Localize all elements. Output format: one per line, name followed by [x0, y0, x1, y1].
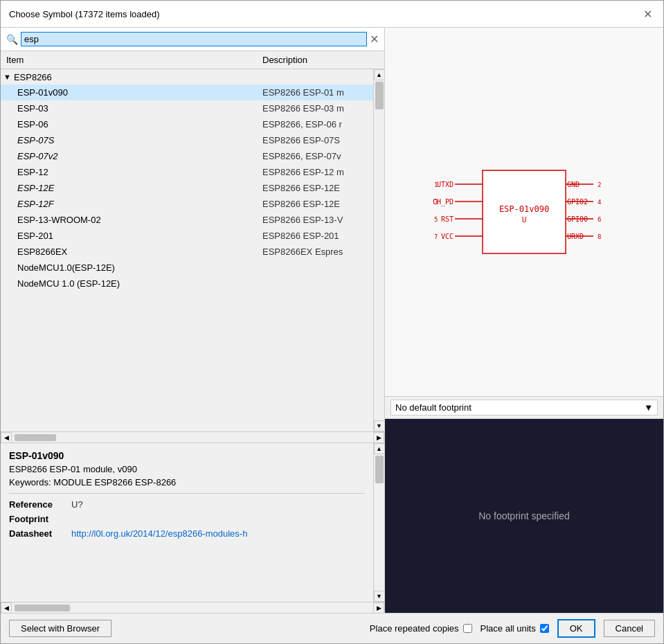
svg-text:4: 4 [598, 199, 601, 206]
footprint-select-text: No default footprint [395, 402, 472, 413]
list-item[interactable]: ESP-07S ESP8266 ESP-07S [1, 132, 373, 148]
place-repeated-checkbox[interactable] [463, 624, 472, 633]
group-header-esp8266[interactable]: ▼ ESP8266 [1, 69, 373, 84]
bottom-bar: Select with Browser Place repeated copie… [1, 613, 663, 643]
svg-text:U: U [522, 215, 527, 224]
footprint-select[interactable]: No default footprint ▼ [391, 400, 658, 415]
svg-text:VCC: VCC [441, 233, 454, 240]
svg-text:5: 5 [434, 216, 438, 223]
info-ds-link[interactable]: http://l0l.org.uk/2014/12/esp8266-module… [71, 528, 247, 539]
list-item[interactable]: NodeMCU1.0(ESP-12E) [1, 260, 373, 276]
list-item[interactable]: ESP8266EX ESP8266EX Espres [1, 244, 373, 260]
dialog-title: Choose Symbol (17372 items loaded) [9, 9, 160, 19]
item-desc [257, 267, 373, 269]
item-name: ESP-03 [1, 102, 257, 115]
list-item[interactable]: ESP-12F ESP8266 ESP-12E [1, 196, 373, 212]
place-units-group: Place all units [481, 623, 549, 634]
list-item[interactable]: ESP-01v090 ESP8266 ESP-01 m [1, 84, 373, 100]
place-repeated-label: Place repeated copies [370, 623, 459, 634]
list-item[interactable]: ESP-12 ESP8266 ESP-12 m [1, 164, 373, 180]
item-name: ESP-12F [1, 197, 257, 211]
left-panel: 🔍 ✕ Item Description ▼ ESP8266 [1, 28, 385, 613]
svg-text:GPIO0: GPIO0 [567, 215, 588, 223]
list-item[interactable]: NodeMCU 1.0 (ESP-12E) [1, 276, 373, 292]
info-scroll-down[interactable]: ▼ [374, 591, 385, 602]
scroll-right-button[interactable]: ▶ [373, 432, 384, 443]
scroll-left-button[interactable]: ◀ [1, 432, 12, 443]
title-bar: Choose Symbol (17372 items loaded) ✕ [1, 1, 663, 28]
col-desc-header: Description [257, 53, 373, 66]
h-scroll-track[interactable] [12, 433, 373, 442]
info-scrollbar[interactable]: ▲ ▼ [373, 443, 384, 602]
info-content: ESP-01v090 ESP8266 ESP-01 module, v090 K… [1, 443, 373, 602]
scroll-thumb[interactable] [375, 82, 384, 109]
info-scroll-track[interactable] [374, 454, 385, 591]
item-name: NodeMCU1.0(ESP-12E) [1, 261, 257, 274]
search-clear-button[interactable]: ✕ [370, 34, 379, 45]
scroll-track[interactable] [374, 80, 385, 420]
scroll-up-button[interactable]: ▲ [374, 69, 385, 80]
item-desc: ESP8266 ESP-12E [257, 181, 373, 195]
info-h-thumb[interactable] [15, 605, 70, 611]
choose-symbol-dialog: Choose Symbol (17372 items loaded) ✕ 🔍 ✕… [0, 0, 664, 644]
place-units-label: Place all units [481, 623, 536, 634]
list-scrollbar[interactable]: ▲ ▼ [373, 69, 384, 431]
col-item-header: Item [1, 53, 257, 66]
close-button[interactable]: ✕ [640, 6, 655, 21]
item-desc: ESP8266, ESP-07v [257, 150, 373, 163]
h-scroll-thumb[interactable] [15, 434, 56, 441]
info-ds-label: Datasheet [9, 528, 71, 539]
info-scroll-thumb[interactable] [375, 456, 384, 483]
info-scroll-left[interactable]: ◀ [1, 602, 12, 614]
item-desc: ESP8266 ESP-07S [257, 134, 373, 147]
info-divider [9, 493, 365, 494]
item-desc: ESP8266 ESP-201 [257, 229, 373, 242]
info-h-track[interactable] [12, 604, 373, 612]
info-description: ESP8266 ESP-01 module, v090 [9, 464, 365, 474]
list-item[interactable]: ESP-13-WROOM-02 ESP8266 ESP-13-V [1, 212, 373, 228]
item-name: ESP-06 [1, 118, 257, 131]
svg-text:8: 8 [598, 233, 601, 240]
svg-text:URXD: URXD [567, 233, 584, 240]
footprint-preview: No footprint specified [385, 419, 663, 613]
group-arrow: ▼ [3, 73, 11, 81]
info-ref-value: U? [71, 499, 83, 510]
scroll-down-button[interactable]: ▼ [374, 420, 385, 431]
list-item[interactable]: ESP-07v2 ESP8266, ESP-07v [1, 148, 373, 164]
item-desc: ESP8266 ESP-13-V [257, 213, 373, 226]
list-item[interactable]: ESP-201 ESP8266 ESP-201 [1, 228, 373, 244]
info-scroll-up[interactable]: ▲ [374, 443, 385, 454]
svg-text:UTXD: UTXD [437, 181, 454, 188]
item-desc [257, 283, 373, 285]
item-desc: ESP8266EX Espres [257, 245, 373, 258]
info-h-scrollbar[interactable]: ◀ ▶ [1, 602, 384, 613]
svg-text:ESP-01v090: ESP-01v090 [499, 204, 549, 214]
list-item[interactable]: ESP-12E ESP8266 ESP-12E [1, 180, 373, 196]
place-units-checkbox[interactable] [540, 624, 549, 633]
item-desc: ESP8266 ESP-12E [257, 197, 373, 211]
place-repeated-group: Place repeated copies [370, 623, 472, 634]
search-input[interactable] [21, 32, 367, 46]
info-row-reference: Reference U? [9, 499, 365, 510]
info-row-datasheet: Datasheet http://l0l.org.uk/2014/12/esp8… [9, 528, 365, 539]
right-panel: ESP-01v090 U UTXD 1 CH_PD 3 RST 5 VCC 7 [385, 28, 663, 613]
list-item[interactable]: ESP-06 ESP8266, ESP-06 r [1, 116, 373, 132]
symbol-preview: ESP-01v090 U UTXD 1 CH_PD 3 RST 5 VCC 7 [385, 28, 663, 397]
info-scroll-right[interactable]: ▶ [373, 602, 384, 614]
item-name: ESP-12 [1, 166, 257, 179]
symbol-svg: ESP-01v090 U UTXD 1 CH_PD 3 RST 5 VCC 7 [420, 150, 628, 274]
info-fp-label: Footprint [9, 514, 71, 524]
info-keywords: Keywords: MODULE ESP8266 ESP-8266 [9, 477, 365, 488]
item-desc: ESP8266 ESP-01 m [257, 86, 373, 99]
select-with-browser-button[interactable]: Select with Browser [9, 620, 111, 637]
info-panel: ESP-01v090 ESP8266 ESP-01 module, v090 K… [1, 442, 384, 602]
list-h-scrollbar[interactable]: ◀ ▶ [1, 431, 384, 442]
ok-button[interactable]: OK [557, 619, 595, 638]
footprint-dropdown: No default footprint ▼ [385, 397, 663, 419]
list-item[interactable]: ESP-03 ESP8266 ESP-03 m [1, 100, 373, 116]
item-name: ESP-01v090 [1, 86, 257, 99]
cancel-button[interactable]: Cancel [604, 620, 655, 637]
item-name: ESP8266EX [1, 245, 257, 258]
footprint-preview-text: No footprint specified [478, 510, 570, 521]
search-bar: 🔍 ✕ [1, 28, 384, 51]
